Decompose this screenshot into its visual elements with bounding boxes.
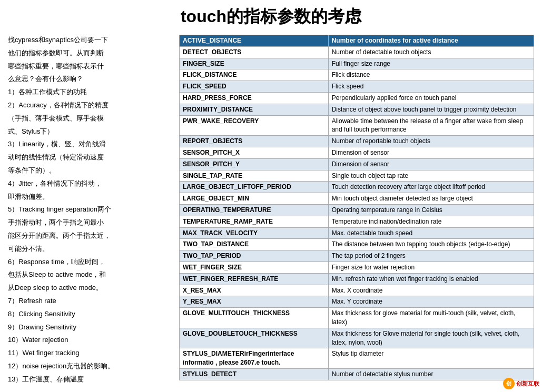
row-param-desc: Number of detectable touch objects: [328, 46, 534, 58]
row-param-desc: Max thickness for glove material for mul…: [328, 308, 534, 328]
left-panel-line: 式、Stylus下）: [8, 126, 171, 137]
left-panel-line: 7）Refresh rate: [8, 296, 171, 307]
row-param-name: LARGE_OBJECT_LIFTOFF_PERIOD: [180, 182, 329, 193]
row-param-name: OPERATING_TEMPERATURE: [180, 204, 329, 216]
row-param-name: SENSOR_PITCH_Y: [180, 158, 329, 170]
left-panel-line: 从Deep sleep to active mode。: [8, 283, 171, 294]
table-row: OPERATING_TEMPERATUREOperating temperatu…: [180, 204, 534, 216]
left-panel-line: 可能分不清。: [8, 244, 171, 255]
left-panel-line: 3）Linearity，横、竖、对角线滑: [8, 139, 171, 150]
table-row: TWO_TAP_PERIODThe tap period of 2 finger…: [180, 250, 534, 262]
row-param-name: MAX_TRACK_VELOCITY: [180, 227, 329, 239]
table-row: STYLUS_DIAMETERirFingerinterface informa…: [180, 348, 534, 369]
table-row: GLOVE_DOUBLETOUCH_THICKNESSMax thickness…: [180, 328, 534, 348]
left-panel-line: （手指、薄手套模式、厚手套模: [8, 113, 171, 124]
table-row: TEMPERATURE_RAMP_RATETemperature inclina…: [180, 216, 534, 227]
row-param-name: FLICK_SPEED: [180, 81, 329, 93]
parameters-table: ACTIVE_DISTANCENumber of coordinates for…: [179, 35, 534, 380]
row-param-desc: Stylus tip diameter: [328, 348, 534, 369]
left-panel-line: 包括从Sleep to active mode，和: [8, 269, 171, 280]
row-param-name: LARGE_OBJECT_MIN: [180, 193, 329, 205]
left-panel-line: 他们的指标参数即可。从而判断: [8, 48, 171, 59]
row-param-name: TWO_TAP_DISTANCE: [180, 239, 329, 250]
row-param-desc: Flick speed: [328, 81, 534, 93]
row-param-name: STYLUS_DIAMETERirFingerinterface informa…: [180, 348, 329, 369]
table-row: WET_FINGER_REFRESH_RATEMin. refresh rate…: [180, 273, 534, 285]
row-param-name: SENSOR_PITCH_X: [180, 147, 329, 158]
table-row: Y_RES_MAXMax. Y coordinate: [180, 296, 534, 308]
row-param-name: REPORT_OBJECTS: [180, 136, 329, 147]
row-param-desc: Operating temperature range in Celsius: [328, 204, 534, 216]
row-param-desc: Max. Y coordinate: [328, 296, 534, 308]
header-col1: ACTIVE_DISTANCE: [180, 35, 329, 47]
row-param-desc: Perpendicularly applied force on touch p…: [328, 92, 534, 104]
table-header-row: ACTIVE_DISTANCENumber of coordinates for…: [180, 35, 534, 47]
table-row: PROXIMITY_DISTANCEDistance of object abo…: [180, 104, 534, 115]
left-panel-line: 12）noise rejection充电器的影响。: [8, 361, 171, 372]
left-panel-line: 动时的线性情况（特定滑动速度: [8, 152, 171, 163]
left-panel-line: 13）工作温度、存储温度: [8, 374, 171, 385]
row-param-desc: Min. refresh rate when wet finger tracki…: [328, 273, 534, 285]
row-param-desc: Allowable time between the release of a …: [328, 115, 534, 136]
left-panel-line: 即滑动偏差。: [8, 192, 171, 203]
left-panel-line: 手指滑动时，两个手指之间最小: [8, 217, 171, 228]
content-area: 找cypress和synaptics公司要一下他们的指标参数即可。从而判断哪些指…: [8, 35, 534, 382]
row-param-name: FINGER_SIZE: [180, 58, 329, 69]
row-param-desc: Number of reportable touch objects: [328, 136, 534, 147]
row-param-name: HARD_PRESS_FORCE: [180, 92, 329, 104]
row-param-name: PWR_WAKE_RECOVERY: [180, 115, 329, 136]
row-param-name: DETECT_OBJECTS: [180, 46, 329, 58]
left-panel-line: 哪些指标重要，哪些指标表示什: [8, 61, 171, 72]
row-param-desc: Full finger size range: [328, 58, 534, 69]
left-panel-line: 8）Clicking Sensitivity: [8, 309, 171, 320]
left-panel-line: 等条件下的）。: [8, 165, 171, 176]
left-panel-line: 10）Water rejection: [8, 335, 171, 346]
table-row: SENSOR_PITCH_YDimension of sensor: [180, 158, 534, 170]
left-panel-line: 9）Drawing Sensitivity: [8, 322, 171, 333]
header-col2: Number of coordinates for active distanc…: [328, 35, 534, 47]
table-row: HARD_PRESS_FORCEPerpendicularly applied …: [180, 92, 534, 104]
table-row: LARGE_OBJECT_MINMin touch object diamete…: [180, 193, 534, 205]
row-param-name: GLOVE_MULTITOUCH_THICKNESS: [180, 308, 329, 328]
page-container: touch的指标参数的考虑 找cypress和synaptics公司要一下他们的…: [0, 0, 542, 392]
row-param-desc: Single touch object tap rate: [328, 170, 534, 182]
logo-text: 创新互联: [516, 380, 539, 388]
row-param-desc: Max. detectable touch speed: [328, 227, 534, 239]
table-row: GLOVE_MULTITOUCH_THICKNESSMax thickness …: [180, 308, 534, 328]
row-param-desc: Temperature inclination/declination rate: [328, 216, 534, 227]
row-param-name: FLICK_DISTANCE: [180, 69, 329, 81]
table-row: MAX_TRACK_VELOCITYMax. detectable touch …: [180, 227, 534, 239]
table-row: REPORT_OBJECTSNumber of reportable touch…: [180, 136, 534, 147]
table-row: FLICK_SPEEDFlick speed: [180, 81, 534, 93]
row-param-name: GLOVE_DOUBLETOUCH_THICKNESS: [180, 328, 329, 348]
left-panel-line: 6）Response time，响应时间，: [8, 257, 171, 268]
left-panel-line: 1）各种工作模式下的功耗: [8, 87, 171, 98]
table-row: FINGER_SIZEFull finger size range: [180, 58, 534, 69]
title-chinese: 的指标参数的考虑: [226, 7, 361, 26]
left-panel-line: 么意思？会有什么影响？: [8, 74, 171, 85]
row-param-name: Y_RES_MAX: [180, 296, 329, 308]
row-param-desc: The tap period of 2 fingers: [328, 250, 534, 262]
table-row: STYLUS_DETECTNumber of detectable stylus…: [180, 368, 534, 380]
row-param-desc: Flick distance: [328, 69, 534, 81]
page-title: touch的指标参数的考虑: [8, 5, 534, 28]
row-param-name: WET_FINGER_REFRESH_RATE: [180, 273, 329, 285]
row-param-desc: Max thickness for Glove material for sin…: [328, 328, 534, 348]
logo-area: 创 创新互联: [503, 378, 539, 389]
table-row: SINGLE_TAP_RATESingle touch object tap r…: [180, 170, 534, 182]
row-param-desc: The distance between two tapping touch o…: [328, 239, 534, 250]
row-param-name: TEMPERATURE_RAMP_RATE: [180, 216, 329, 227]
table-row: LARGE_OBJECT_LIFTOFF_PERIODTouch detecti…: [180, 182, 534, 193]
row-param-name: TWO_TAP_PERIOD: [180, 250, 329, 262]
left-panel-line: 2）Accuracy，各种情况下的精度: [8, 100, 171, 111]
row-param-desc: Dimension of sensor: [328, 147, 534, 158]
table-row: FLICK_DISTANCEFlick distance: [180, 69, 534, 81]
row-param-name: SINGLE_TAP_RATE: [180, 170, 329, 182]
left-panel-line: 5）Tracking finger separation两个: [8, 204, 171, 215]
table-row: X_RES_MAXMax. X coordinate: [180, 285, 534, 296]
row-param-name: STYLUS_DETECT: [180, 368, 329, 380]
table-row: DETECT_OBJECTSNumber of detectable touch…: [180, 46, 534, 58]
row-param-name: WET_FINGER_SIZE: [180, 262, 329, 273]
row-param-desc: Touch detection recovery after large obj…: [328, 182, 534, 193]
left-panel-line: 找cypress和synaptics公司要一下: [8, 35, 171, 46]
